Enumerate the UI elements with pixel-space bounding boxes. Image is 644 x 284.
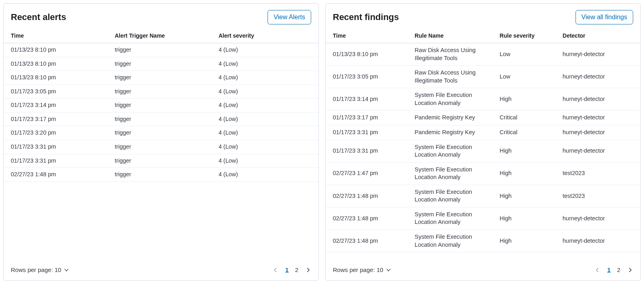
alerts-page-1[interactable]: 1 <box>285 266 288 273</box>
chevron-right-icon[interactable] <box>627 267 633 273</box>
recent-findings-title: Recent findings <box>333 12 399 22</box>
cell-severity: 4 (Low) <box>211 140 318 154</box>
findings-page-1[interactable]: 1 <box>607 266 610 273</box>
cell-severity: Critical <box>493 111 555 125</box>
findings-page-2[interactable]: 2 <box>617 266 620 273</box>
chevron-left-icon[interactable] <box>594 267 601 273</box>
cell-detector: hurneyt-detector <box>555 207 640 230</box>
cell-rule: Pandemic Registry Key <box>407 111 492 125</box>
cell-severity: 4 (Low) <box>211 43 318 57</box>
cell-time: 01/17/23 3:31 pm <box>4 154 107 168</box>
alerts-col-severity[interactable]: Alert severity <box>211 29 318 43</box>
recent-alerts-header: Recent alerts View Alerts <box>4 4 318 29</box>
cell-trigger: trigger <box>107 85 211 99</box>
table-row[interactable]: 01/17/23 3:31 pmtrigger4 (Low) <box>4 140 318 154</box>
cell-rule: System File Execution Location Anomaly <box>407 140 492 162</box>
table-row[interactable]: 01/13/23 8:10 pmtrigger4 (Low) <box>4 43 318 57</box>
chevron-right-icon[interactable] <box>305 267 311 273</box>
cell-trigger: trigger <box>107 43 211 57</box>
table-row[interactable]: 01/17/23 3:31 pmtrigger4 (Low) <box>4 154 318 168</box>
cell-trigger: trigger <box>107 126 211 140</box>
cell-detector: hurneyt-detector <box>555 125 640 140</box>
findings-pager: 1 2 <box>594 266 633 273</box>
table-row[interactable]: 02/27/23 1:47 pmSystem File Execution Lo… <box>326 162 640 185</box>
cell-time: 01/13/23 8:10 pm <box>4 57 107 71</box>
chevron-down-icon <box>386 267 391 273</box>
table-row[interactable]: 01/17/23 3:14 pmSystem File Execution Lo… <box>326 88 640 111</box>
cell-detector: hurneyt-detector <box>555 140 640 162</box>
cell-rule: System File Execution Location Anomaly <box>407 230 492 252</box>
findings-col-rule[interactable]: Rule Name <box>407 29 492 43</box>
table-row[interactable]: 01/13/23 8:10 pmtrigger4 (Low) <box>4 71 318 85</box>
table-row[interactable]: 02/27/23 1:48 pmtrigger4 (Low) <box>4 168 318 182</box>
cell-severity: High <box>493 140 555 162</box>
cell-detector: hurneyt-detector <box>555 111 640 125</box>
view-all-findings-button[interactable]: View all findings <box>576 10 633 24</box>
alerts-table-body: 01/13/23 8:10 pmtrigger4 (Low) 01/13/23 … <box>4 43 318 182</box>
cell-severity: Low <box>493 66 555 88</box>
cell-severity: 4 (Low) <box>211 112 318 126</box>
findings-table-body: 01/13/23 8:10 pmRaw Disk Access Using Il… <box>326 43 640 252</box>
findings-rows-per-page-label: Rows per page: 10 <box>333 266 383 273</box>
findings-col-detector[interactable]: Detector <box>555 29 640 43</box>
cell-time: 01/13/23 8:10 pm <box>4 71 107 85</box>
table-row[interactable]: 01/17/23 3:20 pmtrigger4 (Low) <box>4 126 318 140</box>
findings-table: Time Rule Name Rule severity Detector 01… <box>326 29 640 252</box>
table-row[interactable]: 01/17/23 3:05 pmtrigger4 (Low) <box>4 85 318 99</box>
alerts-table-header-row: Time Alert Trigger Name Alert severity <box>4 29 318 43</box>
cell-trigger: trigger <box>107 154 211 168</box>
cell-severity: 4 (Low) <box>211 168 318 182</box>
cell-rule: System File Execution Location Anomaly <box>407 207 492 230</box>
findings-col-severity[interactable]: Rule severity <box>493 29 555 43</box>
cell-trigger: trigger <box>107 140 211 154</box>
alerts-col-time[interactable]: Time <box>4 29 107 43</box>
alerts-rows-per-page[interactable]: Rows per page: 10 <box>11 266 69 273</box>
table-row[interactable]: 02/27/23 1:48 pmSystem File Execution Lo… <box>326 230 640 252</box>
cell-rule: System File Execution Location Anomaly <box>407 185 492 207</box>
cell-rule: Pandemic Registry Key <box>407 125 492 140</box>
table-row[interactable]: 02/27/23 1:48 pmSystem File Execution Lo… <box>326 207 640 230</box>
cell-time: 01/13/23 8:10 pm <box>326 43 407 66</box>
cell-time: 01/13/23 8:10 pm <box>4 43 107 57</box>
cell-time: 01/17/23 3:05 pm <box>4 85 107 99</box>
cell-severity: 4 (Low) <box>211 99 318 113</box>
cell-detector: hurneyt-detector <box>555 43 640 66</box>
cell-rule: System File Execution Location Anomaly <box>407 162 492 185</box>
table-row[interactable]: 01/13/23 8:10 pmtrigger4 (Low) <box>4 57 318 71</box>
table-row[interactable]: 01/17/23 3:31 pmPandemic Registry KeyCri… <box>326 125 640 140</box>
table-row[interactable]: 01/17/23 3:17 pmPandemic Registry KeyCri… <box>326 111 640 125</box>
view-alerts-button[interactable]: View Alerts <box>268 10 311 24</box>
alerts-rows-per-page-label: Rows per page: 10 <box>11 266 61 273</box>
cell-rule: Raw Disk Access Using Illegitimate Tools <box>407 43 492 66</box>
cell-detector: hurneyt-detector <box>555 66 640 88</box>
chevron-left-icon[interactable] <box>272 267 279 273</box>
cell-trigger: trigger <box>107 168 211 182</box>
cell-time: 01/17/23 3:31 pm <box>326 140 407 162</box>
cell-time: 01/17/23 3:05 pm <box>326 66 407 88</box>
table-row[interactable]: 01/17/23 3:31 pmSystem File Execution Lo… <box>326 140 640 162</box>
alerts-col-trigger[interactable]: Alert Trigger Name <box>107 29 211 43</box>
cell-rule: System File Execution Location Anomaly <box>407 88 492 111</box>
alerts-page-2[interactable]: 2 <box>295 266 298 273</box>
cell-detector: test2023 <box>555 185 640 207</box>
cell-time: 02/27/23 1:48 pm <box>326 207 407 230</box>
cell-time: 02/27/23 1:48 pm <box>326 185 407 207</box>
table-row[interactable]: 01/17/23 3:17 pmtrigger4 (Low) <box>4 112 318 126</box>
cell-time: 02/27/23 1:48 pm <box>4 168 107 182</box>
cell-severity: High <box>493 162 555 185</box>
table-row[interactable]: 02/27/23 1:48 pmSystem File Execution Lo… <box>326 185 640 207</box>
table-row[interactable]: 01/13/23 8:10 pmRaw Disk Access Using Il… <box>326 43 640 66</box>
alerts-footer: Rows per page: 10 1 2 <box>4 261 318 280</box>
findings-rows-per-page[interactable]: Rows per page: 10 <box>333 266 391 273</box>
table-row[interactable]: 01/17/23 3:05 pmRaw Disk Access Using Il… <box>326 66 640 88</box>
cell-trigger: trigger <box>107 71 211 85</box>
table-row[interactable]: 01/17/23 3:14 pmtrigger4 (Low) <box>4 99 318 113</box>
cell-severity: 4 (Low) <box>211 71 318 85</box>
findings-col-time[interactable]: Time <box>326 29 407 43</box>
alerts-pager: 1 2 <box>272 266 311 273</box>
findings-table-header-row: Time Rule Name Rule severity Detector <box>326 29 640 43</box>
cell-severity: Critical <box>493 125 555 140</box>
cell-severity: High <box>493 230 555 252</box>
cell-detector: test2023 <box>555 162 640 185</box>
recent-findings-card: Recent findings View all findings Time R… <box>325 3 641 281</box>
